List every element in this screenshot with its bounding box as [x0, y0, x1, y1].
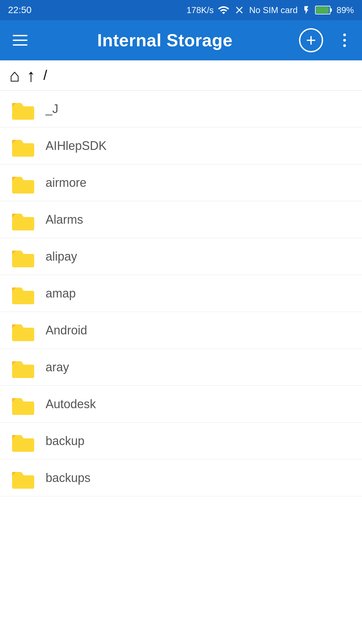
file-name-label: backups [46, 471, 90, 485]
list-item[interactable]: amap [0, 275, 362, 312]
list-item[interactable]: AIHlepSDK [0, 127, 362, 164]
status-right: 178K/s No SIM card 89% [187, 4, 354, 16]
folder-icon [9, 169, 36, 196]
file-list: _J AIHlepSDK airmore [0, 91, 362, 496]
folder-icon [9, 428, 36, 454]
file-name-label: AIHlepSDK [46, 139, 107, 153]
list-item[interactable]: aray [0, 349, 362, 386]
list-item[interactable]: Alarms [0, 201, 362, 238]
app-bar: Internal Storage + [0, 20, 362, 60]
wifi-icon [218, 4, 230, 16]
folder-icon [9, 206, 36, 233]
file-name-label: alipay [46, 250, 77, 264]
add-button[interactable]: + [299, 28, 323, 52]
folder-icon [9, 280, 36, 307]
file-name-label: _J [46, 102, 58, 116]
svg-rect-1 [330, 8, 332, 12]
battery-icon [315, 5, 333, 15]
menu-line-2 [13, 40, 27, 41]
list-item[interactable]: Android [0, 312, 362, 349]
file-name-label: Autodesk [46, 397, 96, 411]
list-item[interactable]: backups [0, 460, 362, 496]
file-name-label: aray [46, 360, 69, 374]
status-bar: 22:50 178K/s No SIM card 89% [0, 0, 362, 20]
charging-icon [302, 4, 311, 16]
breadcrumb: ⌂ ↑ / [0, 60, 362, 91]
page-title: Internal Storage [42, 30, 288, 50]
list-item[interactable]: Autodesk [0, 386, 362, 423]
add-circle-icon: + [306, 32, 316, 49]
time-display: 22:50 [8, 5, 32, 15]
overflow-dot-1 [343, 34, 346, 36]
folder-icon [9, 354, 36, 381]
no-sim-text: No SIM card [249, 5, 298, 15]
list-item[interactable]: airmore [0, 164, 362, 201]
file-name-label: airmore [46, 176, 86, 190]
svg-rect-2 [316, 7, 329, 13]
battery-percent: 89% [337, 5, 354, 15]
file-name-label: Android [46, 323, 87, 337]
list-item[interactable]: _J [0, 91, 362, 127]
file-name-label: backup [46, 434, 84, 448]
folder-icon [9, 391, 36, 418]
overflow-dot-3 [343, 44, 346, 47]
file-name-label: Alarms [46, 213, 83, 227]
status-left: 22:50 [8, 5, 32, 15]
up-directory-button[interactable]: ↑ [26, 65, 35, 86]
overflow-dot-2 [343, 39, 346, 42]
home-button[interactable]: ⌂ [9, 65, 20, 86]
folder-icon [9, 317, 36, 344]
notification-icon [234, 4, 245, 16]
folder-icon [9, 132, 36, 159]
network-speed: 178K/s [187, 5, 214, 15]
folder-icon [9, 243, 36, 270]
overflow-menu-button[interactable] [337, 28, 353, 52]
menu-line-1 [13, 35, 27, 36]
folder-icon [9, 96, 36, 122]
list-item[interactable]: backup [0, 423, 362, 460]
folder-icon [9, 465, 36, 491]
menu-line-3 [13, 44, 27, 46]
path-separator: / [43, 68, 47, 83]
menu-button[interactable] [9, 30, 31, 51]
file-name-label: amap [46, 286, 76, 301]
list-item[interactable]: alipay [0, 238, 362, 275]
